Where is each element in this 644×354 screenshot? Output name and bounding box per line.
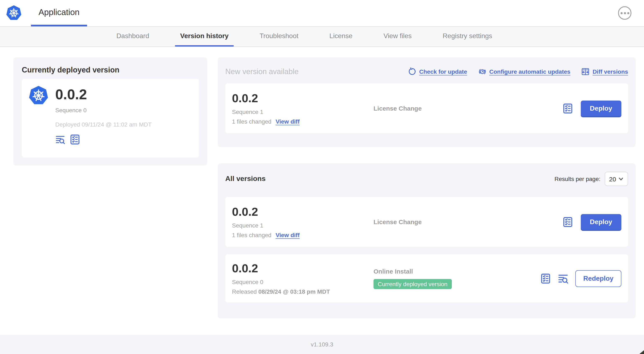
tab-troubleshoot[interactable]: Troubleshoot: [254, 27, 304, 47]
check-for-update-link[interactable]: Check for update: [408, 68, 467, 76]
configure-automatic-updates-label: Configure automatic updates: [489, 68, 570, 75]
currently-deployed-panel: Currently deployed version 0.0.2 Sequenc…: [14, 57, 207, 165]
version-sequence: Sequence 0: [232, 279, 374, 285]
version-row-sequence-0: 0.0.2 Sequence 0 Released 08/29/24 @ 03:…: [225, 254, 628, 302]
view-diff-link[interactable]: View diff: [276, 118, 300, 125]
main-content: Currently deployed version 0.0.2 Sequenc…: [0, 47, 644, 335]
new-version-title: New version available: [225, 67, 298, 76]
deploy-logs-icon[interactable]: [55, 135, 65, 145]
preflight-checks-icon[interactable]: [562, 216, 573, 227]
deployed-timestamp: Deployed 09/11/24 @ 11:02 am MDT: [55, 121, 152, 128]
version-source: License Change: [374, 105, 562, 112]
app-tab-label: Application: [38, 8, 80, 17]
files-changed-label: 1 files changed: [232, 232, 271, 238]
files-changed-label: 1 files changed: [232, 118, 271, 125]
preflight-checks-icon[interactable]: [540, 273, 551, 284]
app-header: Application: [0, 0, 644, 26]
kubernetes-logo-icon: [28, 86, 48, 106]
deploy-button[interactable]: Deploy: [580, 214, 622, 230]
refresh-icon: [408, 68, 416, 76]
released-timestamp: Released 08/29/24 @ 03:18 pm MDT: [232, 288, 374, 295]
diff-versions-icon: [581, 68, 590, 76]
tab-version-history[interactable]: Version history: [175, 27, 234, 47]
preflight-checks-icon[interactable]: [562, 103, 573, 114]
version-source: License Change: [374, 218, 562, 225]
deployed-version-number: 0.0.2: [55, 86, 152, 103]
kubernetes-logo-icon: [6, 5, 22, 21]
ellipsis-dot: [620, 12, 622, 14]
version-sequence: Sequence 1: [232, 109, 374, 115]
results-per-page-select[interactable]: 20: [605, 172, 628, 186]
console-version: v1.109.3: [311, 341, 333, 348]
configure-automatic-updates-link[interactable]: Configure automatic updates: [478, 68, 570, 76]
tab-registry-settings[interactable]: Registry settings: [438, 27, 497, 47]
diff-versions-label: Diff versions: [592, 68, 628, 75]
version-row-sequence-1: 0.0.2 Sequence 1 1 files changed View di…: [225, 197, 628, 247]
tab-view-files[interactable]: View files: [378, 27, 417, 47]
app-tab-application[interactable]: Application: [31, 0, 87, 26]
view-diff-link[interactable]: View diff: [276, 232, 300, 238]
currently-deployed-title: Currently deployed version: [22, 66, 199, 75]
app-footer: v1.109.3: [0, 335, 644, 354]
chevron-down-icon: [619, 176, 624, 181]
results-per-page-label: Results per page:: [554, 176, 600, 182]
currently-deployed-badge: Currently deployed version: [374, 279, 452, 289]
new-version-row: 0.0.2 Sequence 1 1 files changed View di…: [225, 83, 628, 133]
tab-license[interactable]: License: [324, 27, 358, 47]
results-per-page-value: 20: [609, 175, 616, 182]
mouse-cursor: [640, 350, 644, 354]
schedule-update-icon: [478, 68, 486, 76]
ellipsis-dot: [624, 12, 626, 14]
app-subnav: Dashboard Version history Troubleshoot L…: [0, 26, 644, 47]
currently-deployed-card: 0.0.2 Sequence 0 Deployed 09/11/24 @ 11:…: [22, 79, 199, 158]
deploy-logs-icon[interactable]: [558, 273, 569, 284]
deploy-button[interactable]: Deploy: [580, 100, 622, 116]
redeploy-button[interactable]: Redeploy: [575, 270, 622, 287]
version-number: 0.0.2: [232, 205, 374, 219]
ellipsis-dot: [627, 12, 629, 14]
preflight-checks-icon[interactable]: [70, 134, 80, 145]
all-versions-panel: All versions Results per page: 20 0.0.2 …: [218, 163, 636, 318]
check-for-update-label: Check for update: [419, 68, 467, 75]
version-number: 0.0.2: [232, 92, 374, 105]
deployed-sequence: Sequence 0: [55, 107, 152, 114]
new-version-panel: New version available Check for update C…: [218, 57, 636, 147]
all-versions-title: All versions: [225, 175, 266, 183]
version-number: 0.0.2: [232, 262, 374, 275]
version-source: Online Install: [374, 268, 540, 275]
admin-console-page: Application Dashboard Version history Tr…: [0, 0, 644, 354]
tab-dashboard[interactable]: Dashboard: [112, 27, 154, 47]
ellipsis-menu-button[interactable]: [618, 6, 632, 20]
diff-versions-link[interactable]: Diff versions: [581, 68, 628, 76]
version-sequence: Sequence 1: [232, 222, 374, 229]
